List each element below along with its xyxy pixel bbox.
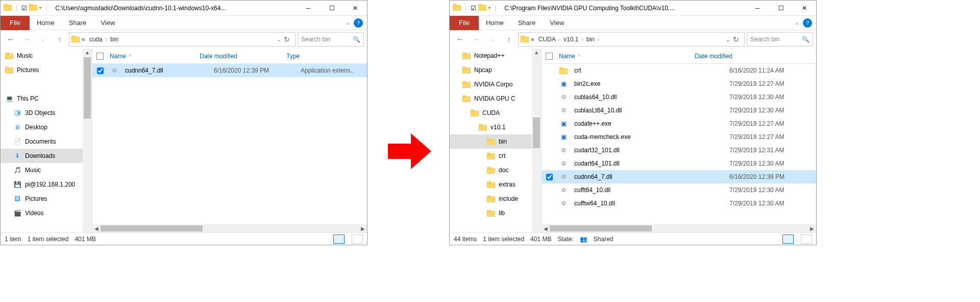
breadcrumb-seg[interactable]: « — [529, 36, 536, 43]
forward-button[interactable]: → — [469, 32, 483, 47]
scroll-left-icon[interactable]: ◀ — [92, 226, 101, 231]
scrollbar-horizontal[interactable]: ◀ ▶ — [542, 224, 816, 233]
details-view-button[interactable] — [333, 235, 345, 244]
refresh-icon[interactable]: ↻ — [730, 35, 742, 43]
file-row[interactable]: ▣bin2c.exe7/29/2019 12:27 AM — [542, 77, 816, 90]
nav-tree[interactable]: MusicPictures💻This PC🧊3D Objects🖥Desktop… — [1, 49, 92, 233]
file-row[interactable]: ⚙cublas64_10.dll7/29/2019 12:30 AM — [542, 90, 816, 104]
dropdown-icon[interactable]: ⌄ — [277, 37, 281, 42]
chevron-right-icon[interactable]: › — [105, 37, 108, 42]
tree-item[interactable]: 💾pi@192.168.1.200 — [1, 177, 83, 192]
file-row[interactable]: ⚙cudnn64_7.dll6/16/2020 12:39 PM — [542, 170, 816, 183]
scrollbar-vertical[interactable]: ▲ — [532, 49, 541, 233]
column-name[interactable]: Name^ — [557, 53, 695, 60]
history-dropdown[interactable]: ⌄ — [485, 32, 500, 47]
scroll-left-icon[interactable]: ◀ — [542, 226, 550, 231]
file-row[interactable]: crt6/16/2020 11:24 AM — [542, 64, 816, 77]
dropdown-icon[interactable]: ⌄ — [726, 37, 730, 42]
titlebar[interactable]: | ☑ ▾ | C:\Program Files\NVIDIA GPU Comp… — [450, 1, 816, 16]
view-tab[interactable]: View — [543, 16, 571, 30]
file-row[interactable]: ⚙cublasLt64_10.dll7/29/2019 12:30 AM — [542, 104, 816, 117]
forward-button[interactable]: → — [20, 32, 34, 47]
close-button[interactable]: ✕ — [793, 1, 816, 16]
chevron-down-icon[interactable]: ⌄ — [795, 20, 799, 26]
column-headers[interactable]: Name^ Date modified — [542, 49, 816, 64]
file-row[interactable]: ⚙cudart32_101.dll7/29/2019 12:31 AM — [542, 144, 816, 157]
address-bar[interactable]: « cuda › bin ⌄ ↻ — [69, 32, 296, 47]
close-button[interactable]: ✕ — [344, 1, 367, 16]
help-icon[interactable]: ? — [354, 18, 363, 28]
breadcrumb-seg[interactable]: cuda — [87, 36, 105, 43]
file-row[interactable]: ▣cudafe++.exe7/29/2019 12:27 AM — [542, 117, 816, 130]
home-tab[interactable]: Home — [479, 16, 511, 30]
maximize-button[interactable]: ☐ — [320, 1, 344, 16]
search-icon[interactable]: 🔍 — [802, 36, 810, 43]
column-date[interactable]: Date modified — [695, 53, 781, 60]
scroll-thumb[interactable] — [550, 225, 652, 231]
checkbox-icon[interactable]: ☑ — [471, 5, 476, 12]
scroll-thumb[interactable] — [84, 57, 91, 119]
address-bar[interactable]: « CUDA › v10.1 › bin › ⌄ ↻ — [518, 32, 745, 47]
scrollbar-vertical[interactable]: ▲ — [83, 49, 92, 233]
column-date[interactable]: Date modified — [200, 53, 286, 60]
tree-item[interactable]: v10.1 — [450, 120, 532, 134]
nav-tree[interactable]: Notepad++NpcapNVIDIA CorpoNVIDIA GPU CCU… — [450, 49, 542, 233]
tree-item[interactable]: bin — [450, 134, 532, 149]
help-icon[interactable]: ? — [803, 18, 812, 28]
maximize-button[interactable]: ☐ — [769, 1, 793, 16]
column-type[interactable]: Type — [286, 53, 353, 60]
scroll-up-icon[interactable]: ▲ — [534, 49, 539, 56]
chevron-right-icon[interactable]: › — [580, 37, 584, 42]
breadcrumb-seg[interactable]: « — [80, 36, 87, 43]
tree-item[interactable]: extras — [450, 177, 532, 192]
tree-item[interactable]: 🧊3D Objects — [1, 106, 83, 120]
tree-item[interactable] — [1, 77, 83, 91]
scroll-right-icon[interactable]: ▶ — [359, 226, 367, 231]
back-button[interactable]: ← — [453, 32, 467, 47]
tree-item[interactable]: Npcap — [450, 63, 532, 77]
tree-item[interactable]: crt — [450, 149, 532, 163]
home-tab[interactable]: Home — [30, 16, 62, 30]
share-tab[interactable]: Share — [511, 16, 543, 30]
up-button[interactable]: ↑ — [502, 32, 516, 47]
chevron-right-icon[interactable]: › — [558, 37, 561, 42]
tree-item[interactable]: CUDA — [450, 106, 532, 120]
file-row[interactable]: ⚙cufftw64_10.dll7/29/2019 12:30 AM — [542, 197, 816, 210]
minimize-button[interactable]: ─ — [746, 1, 769, 16]
row-checkbox[interactable] — [546, 174, 553, 180]
breadcrumb-seg[interactable]: CUDA — [536, 36, 558, 43]
dropdown-icon[interactable]: ▾ — [488, 6, 491, 10]
tree-item[interactable]: Notepad++ — [450, 49, 532, 63]
tree-item[interactable]: include — [450, 192, 532, 206]
row-checkbox[interactable] — [97, 67, 104, 74]
breadcrumb-seg[interactable]: bin — [584, 36, 597, 43]
back-button[interactable]: ← — [4, 32, 18, 47]
tree-item[interactable]: 💻This PC — [1, 91, 83, 106]
history-dropdown[interactable]: ⌄ — [36, 32, 51, 47]
tree-item[interactable]: 🖥Desktop — [1, 120, 83, 134]
refresh-icon[interactable]: ↻ — [281, 35, 293, 43]
minimize-button[interactable]: ─ — [297, 1, 320, 16]
tree-item[interactable]: Music — [1, 49, 83, 63]
share-tab[interactable]: Share — [62, 16, 94, 30]
column-name[interactable]: Name^ — [108, 53, 200, 60]
details-view-button[interactable] — [782, 235, 794, 244]
tree-item[interactable]: NVIDIA Corpo — [450, 77, 532, 91]
scroll-right-icon[interactable]: ▶ — [808, 226, 816, 231]
select-all-checkbox[interactable] — [546, 53, 553, 60]
icons-view-button[interactable] — [801, 235, 812, 244]
titlebar[interactable]: | ☑ ▾ | C:\Users\sgmustadio\Downloads\cu… — [1, 1, 367, 16]
tree-item[interactable]: ⬇Downloads — [1, 149, 83, 163]
tree-item[interactable]: doc — [450, 163, 532, 177]
tree-item[interactable]: 🎵Music — [1, 163, 83, 177]
icons-view-button[interactable] — [352, 235, 363, 244]
select-all-checkbox[interactable] — [96, 53, 104, 60]
file-row[interactable]: ⚙cudart64_101.dll7/29/2019 12:30 AM — [542, 157, 816, 170]
search-input[interactable]: Search bin 🔍 — [747, 32, 813, 47]
chevron-down-icon[interactable]: ⌄ — [346, 20, 350, 26]
file-tab[interactable]: File — [450, 16, 479, 30]
dropdown-icon[interactable]: ▾ — [39, 6, 41, 10]
tree-item[interactable]: NVIDIA GPU C — [450, 91, 532, 106]
breadcrumb-seg[interactable]: v10.1 — [561, 36, 580, 43]
up-button[interactable]: ↑ — [53, 32, 67, 47]
